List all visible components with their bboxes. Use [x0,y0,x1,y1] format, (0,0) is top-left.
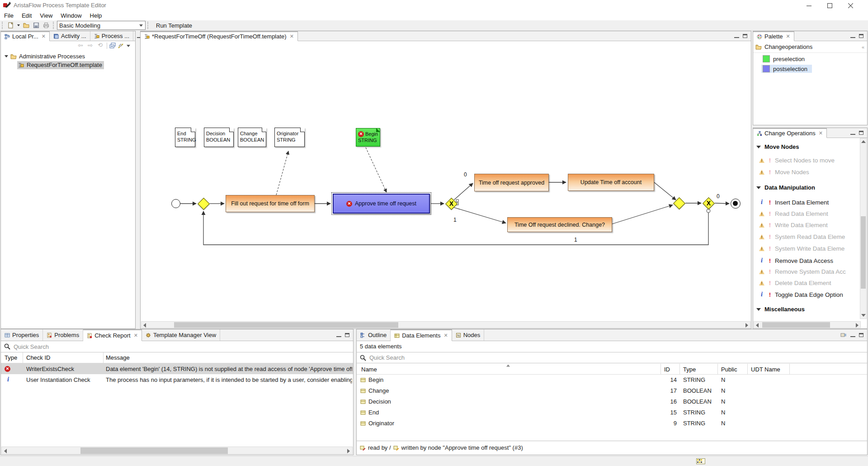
tab-check-report[interactable]: Check Report ✕ [83,329,142,341]
menu-file[interactable]: File [0,11,18,20]
expander-icon[interactable] [5,55,8,57]
tab-template-manager[interactable]: Template Manager View [142,329,220,341]
view-menu-icon[interactable] [840,333,847,338]
column-check-id[interactable]: Check ID [26,354,50,361]
link-with-editor-icon[interactable] [118,43,124,49]
minimize-view-icon[interactable] [336,336,341,337]
node-request-declined[interactable]: Time Off request declined. Change? [507,217,612,232]
data-element-node-decision[interactable]: Decision BOOLEAN [204,128,234,147]
save-button[interactable] [31,21,41,30]
tree-node-administrative-processes[interactable]: Administrative Processes [5,53,85,60]
xor-join-gateway[interactable] [673,197,685,209]
loop-split-gateway[interactable]: X [703,197,715,209]
section-move-nodes[interactable]: Move Nodes [756,143,799,150]
scroll-left-icon[interactable] [4,449,7,453]
op-insert-data-element[interactable]: i ! Insert Data Element [759,199,829,206]
node-update-account[interactable]: Update Time off account [568,174,654,191]
tab-data-elements[interactable]: Data Elements ✕ [391,329,452,341]
view-menu-icon[interactable] [127,45,130,47]
check-row-user-instantiation[interactable]: i User Instantiation Check The process h… [1,374,353,385]
close-icon[interactable]: ✕ [290,33,294,39]
node-approve-request-selected[interactable]: ✕ Approve time off request [333,194,430,214]
menu-help[interactable]: Help [86,11,106,20]
changeops-hscroll-thumb[interactable] [762,322,830,328]
tab-change-operations[interactable]: Change Operations ✕ [753,128,827,138]
data-element-row[interactable]: Begin 14 STRING N [357,375,867,385]
section-miscellaneous[interactable]: Miscellaneous [756,306,805,313]
data-element-row[interactable]: Originator 9 STRING N [357,418,867,429]
data-element-node-originator[interactable]: Originator STRING [274,128,305,147]
close-button[interactable] [840,0,861,11]
node-fill-out-request[interactable]: Fill out request for time off form [226,195,315,212]
close-icon[interactable]: ✕ [443,333,448,338]
close-icon[interactable]: ✕ [134,333,138,338]
tab-properties[interactable]: Properties [1,329,43,341]
column-message[interactable]: Message [106,354,130,361]
minimize-view-icon[interactable] [850,336,855,337]
checkreport-hscrollbar[interactable] [1,447,353,454]
close-icon[interactable]: ✕ [819,130,823,136]
column-type[interactable]: Type [683,366,696,373]
op-toggle-data-edge[interactable]: i ! Toggle Data Edge Option [759,291,843,298]
maximize-view-icon[interactable] [859,34,863,38]
minimize-view-icon[interactable] [850,133,855,135]
column-public[interactable]: Public [721,366,737,373]
maximize-view-icon[interactable] [859,131,863,135]
editor-hscroll-thumb[interactable] [174,322,398,328]
palette-item-preselection[interactable]: preselection [761,55,809,63]
end-node[interactable] [731,199,741,209]
tab-process[interactable]: Process ... [90,31,133,41]
menu-view[interactable]: View [36,11,57,20]
new-template-dropdown[interactable] [16,21,21,30]
collapse-all-icon[interactable] [109,43,116,49]
scroll-left-icon[interactable] [143,323,146,328]
minimize-button[interactable] [798,0,819,11]
minimize-view-icon[interactable] [734,37,739,38]
tab-palette[interactable]: Palette ✕ [753,31,794,41]
tab-outline[interactable]: Outline [357,329,391,341]
changeops-vscrollbar[interactable] [860,138,867,319]
data-element-node-end[interactable]: End STRING [175,128,195,147]
checkreport-hscroll-thumb[interactable] [80,447,228,454]
maximize-view-icon[interactable] [345,333,349,337]
close-icon[interactable]: ✕ [786,33,790,39]
minimize-view-icon[interactable] [850,37,855,38]
open-button[interactable] [21,21,31,30]
close-icon[interactable]: ✕ [42,33,46,39]
data-elements-search[interactable] [357,352,867,363]
menu-window[interactable]: Window [57,11,85,20]
selected-tree-item[interactable]: RequestForTimeOff.template [17,61,104,69]
new-template-button[interactable] [6,21,16,30]
column-type[interactable]: Type [5,354,17,361]
print-button[interactable] [41,21,51,30]
column-name[interactable]: Name [361,366,377,373]
data-element-row[interactable]: Change 17 BOOLEAN N [357,385,867,396]
perspective-combo[interactable]: Basic Modelling [57,21,146,30]
op-remove-data-access[interactable]: i ! Remove Data Access [759,257,833,264]
scroll-right-icon[interactable] [347,449,350,453]
node-request-approved[interactable]: Time off request approved [474,174,549,191]
section-data-manipulation[interactable]: Data Manipulation [756,184,815,191]
scroll-up-icon[interactable] [861,140,866,143]
scroll-right-icon[interactable] [745,323,748,328]
search-input[interactable] [369,354,505,361]
run-template-button[interactable]: Run Template [156,22,192,29]
pin-palette-icon[interactable]: « [862,44,864,50]
data-element-row[interactable]: End 15 STRING N [357,407,867,418]
data-element-node-begin[interactable]: ✕ Begin STRING [356,128,380,147]
xor-split-gateway[interactable]: X [445,198,458,210]
column-id[interactable]: ID [664,366,670,373]
tree-node-template[interactable]: RequestForTimeOff.template [17,61,104,69]
maximize-view-icon[interactable] [859,333,863,337]
tab-nodes[interactable]: N Nodes [452,329,485,341]
tab-problems[interactable]: Problems [43,329,83,341]
scroll-down-icon[interactable] [861,314,866,317]
changeops-hscrollbar[interactable] [754,321,861,328]
palette-item-postselection[interactable]: postselection [761,65,812,73]
loop-join-gateway[interactable] [198,198,210,210]
tab-local-processes[interactable]: Local Pr... ✕ [1,31,50,41]
editor-hscrollbar[interactable] [141,321,750,328]
check-report-search[interactable] [1,341,353,352]
tab-activity[interactable]: Activity ... [50,31,90,41]
maximize-view-icon[interactable] [743,34,747,38]
